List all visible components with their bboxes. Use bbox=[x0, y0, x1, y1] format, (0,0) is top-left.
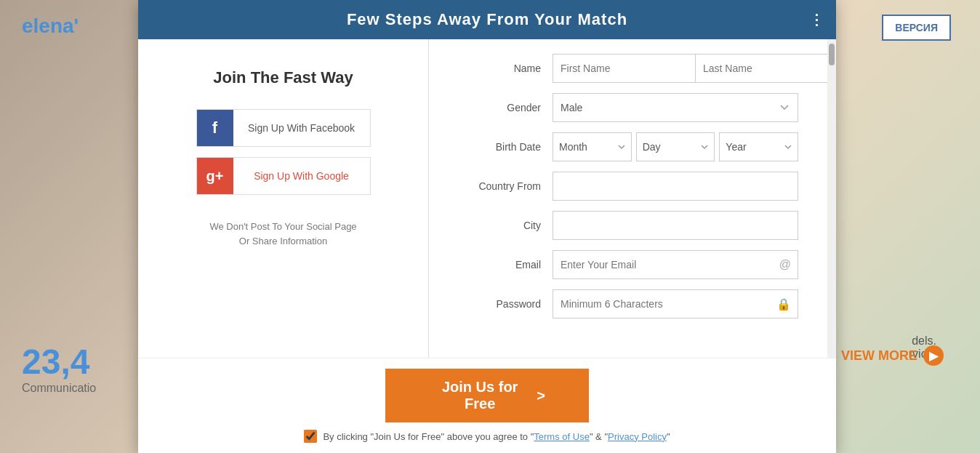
email-row: Email @ bbox=[458, 250, 798, 279]
password-label: Password bbox=[458, 298, 553, 310]
stats-label: Communicatio bbox=[22, 382, 96, 395]
birthdate-row: Birth Date Month JanuaryFebruaryMarch Ap… bbox=[458, 132, 798, 161]
arrow-right-icon: > bbox=[537, 388, 545, 404]
google-label: Sign Up With Google bbox=[233, 170, 370, 182]
terms-of-use-link[interactable]: Terms of Use bbox=[534, 431, 590, 442]
name-label: Name bbox=[458, 63, 553, 74]
terms-text: By clicking "Join Us for Free" above you… bbox=[323, 431, 670, 442]
facebook-label: Sign Up With Facebook bbox=[233, 122, 370, 134]
lock-icon: 🔒 bbox=[776, 297, 791, 311]
first-name-input[interactable] bbox=[553, 54, 695, 83]
city-input[interactable] bbox=[553, 211, 798, 240]
join-fast-title: Join The Fast Way bbox=[213, 68, 353, 87]
city-row: City bbox=[458, 211, 798, 240]
arrow-right-icon: ▶ bbox=[923, 345, 944, 366]
country-row: Country From bbox=[458, 172, 798, 201]
year-select[interactable]: Year bbox=[719, 132, 798, 161]
view-more-button[interactable]: VIEW MORE ▶ bbox=[841, 345, 944, 366]
gender-select[interactable]: Male Female bbox=[553, 93, 798, 122]
terms-checkbox[interactable] bbox=[304, 430, 317, 443]
terms-row: By clicking "Join Us for Free" above you… bbox=[304, 430, 670, 443]
month-select[interactable]: Month JanuaryFebruaryMarch AprilMayJune … bbox=[553, 132, 632, 161]
modal-close-icon[interactable]: ⋮ bbox=[809, 11, 824, 28]
version-button[interactable]: ВЕРСИЯ bbox=[882, 15, 951, 41]
birthdate-label: Birth Date bbox=[458, 141, 553, 153]
country-input[interactable] bbox=[553, 172, 798, 201]
google-plus-icon: g+ bbox=[197, 158, 233, 194]
country-label: Country From bbox=[458, 180, 553, 192]
stats-number: 23,4 bbox=[22, 342, 96, 382]
signup-modal: Few Steps Away From Your Match ⋮ Join Th… bbox=[138, 0, 836, 453]
email-wrapper: @ bbox=[553, 250, 798, 279]
social-disclaimer: We Don't Post To Your Social Page Or Sha… bbox=[204, 220, 364, 248]
name-inputs bbox=[553, 54, 827, 83]
modal-header: Few Steps Away From Your Match ⋮ bbox=[138, 0, 836, 39]
facebook-icon: f bbox=[197, 110, 233, 146]
join-free-button[interactable]: Join Us for Free > bbox=[385, 369, 589, 422]
day-select[interactable]: Day bbox=[636, 132, 715, 161]
at-sign-icon: @ bbox=[779, 258, 791, 271]
name-row: Name bbox=[458, 54, 798, 83]
city-label: City bbox=[458, 220, 553, 231]
google-signup-button[interactable]: g+ Sign Up With Google bbox=[196, 157, 371, 195]
facebook-signup-button[interactable]: f Sign Up With Facebook bbox=[196, 109, 371, 147]
birthdate-group: Month JanuaryFebruaryMarch AprilMayJune … bbox=[553, 132, 798, 161]
stats-section: 23,4 Communicatio bbox=[22, 342, 96, 395]
gender-label: Gender bbox=[458, 102, 553, 113]
modal-title: Few Steps Away From Your Match bbox=[347, 10, 627, 28]
site-logo: elena' bbox=[22, 15, 79, 38]
left-panel: Join The Fast Way f Sign Up With Faceboo… bbox=[138, 39, 429, 358]
right-panel: Name Gender Male Female Birth Date bbox=[429, 39, 827, 358]
last-name-input[interactable] bbox=[695, 54, 827, 83]
password-input[interactable] bbox=[553, 289, 798, 318]
password-row: Password 🔒 bbox=[458, 289, 798, 318]
password-wrapper: 🔒 bbox=[553, 289, 798, 318]
modal-body: Join The Fast Way f Sign Up With Faceboo… bbox=[138, 39, 836, 358]
privacy-policy-link[interactable]: Privacy Policy bbox=[608, 431, 667, 442]
scrollbar[interactable] bbox=[827, 39, 836, 358]
gender-row: Gender Male Female bbox=[458, 93, 798, 122]
email-label: Email bbox=[458, 259, 553, 270]
email-input[interactable] bbox=[553, 250, 798, 279]
modal-footer: Join Us for Free > By clicking "Join Us … bbox=[138, 358, 836, 453]
